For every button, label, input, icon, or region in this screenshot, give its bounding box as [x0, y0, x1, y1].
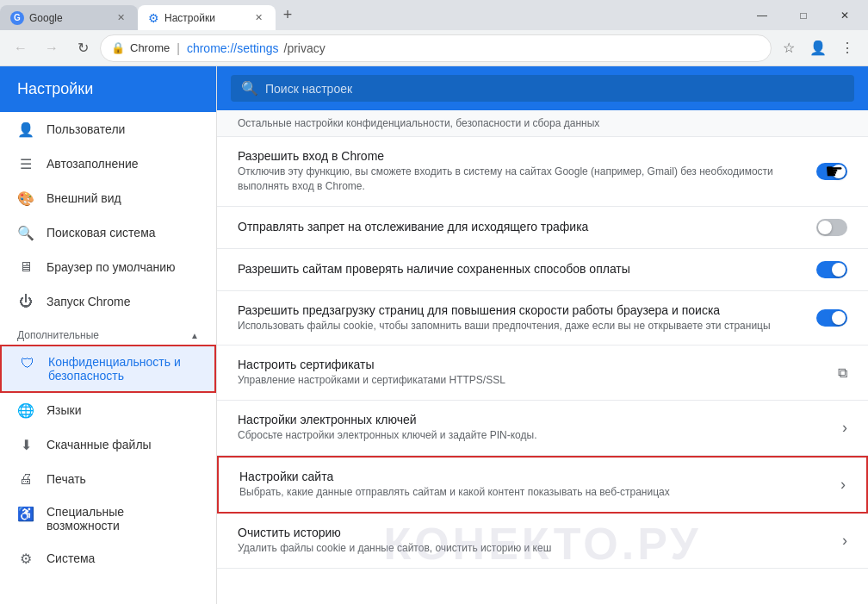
accessibility-icon: ♿: [17, 505, 34, 522]
search-input-wrap[interactable]: 🔍: [231, 75, 854, 102]
setting-allow-signin-title: Разрешить вход в Chrome: [238, 149, 799, 163]
new-tab-button[interactable]: +: [276, 3, 300, 28]
setting-certificates-title: Настроить сертификаты: [238, 358, 821, 371]
sidebar-item-autofill[interactable]: ☰ Автозаполнение: [0, 146, 216, 181]
tab-strip: G Google ✕ ⚙ Настройки ✕ +: [0, 0, 739, 30]
privacy-icon: 🛡: [19, 355, 36, 372]
url-path: /privacy: [284, 41, 326, 55]
sidebar-item-search[interactable]: 🔍 Поисковая система: [0, 215, 216, 250]
tab-google[interactable]: G Google ✕: [0, 5, 138, 30]
setting-clear-history-text: Очистить историю Удалить файлы cookie и …: [238, 526, 825, 556]
main-container: Настройки 👤 Пользователи ☰ Автозаполнени…: [0, 66, 868, 604]
setting-clear-history[interactable]: Очистить историю Удалить файлы cookie и …: [217, 514, 868, 569]
languages-icon: 🌐: [17, 402, 34, 419]
setting-security-keys-text: Настройки электронных ключей Сбросьте на…: [238, 413, 825, 443]
menu-button[interactable]: ⋮: [834, 34, 861, 62]
advanced-section-label[interactable]: Дополнительные ▲: [0, 319, 216, 345]
forward-button[interactable]: →: [38, 34, 65, 62]
google-favicon: G: [10, 11, 24, 25]
tab-google-close[interactable]: ✕: [114, 11, 127, 25]
sidebar-item-users[interactable]: 👤 Пользователи: [0, 112, 216, 146]
setting-payment-methods[interactable]: Разрешить сайтам проверять наличие сохра…: [217, 249, 868, 291]
setting-allow-signin-text: Разрешить вход в Chrome Отключив эту фун…: [238, 149, 799, 194]
sidebar-item-search-label: Поисковая система: [46, 226, 156, 240]
sidebar-item-print[interactable]: 🖨 Печать: [0, 462, 216, 496]
partial-top-row: Остальные настройки конфиденциальности, …: [217, 110, 868, 137]
sidebar-item-privacy-label: Конфиденциальность и безопасность: [48, 355, 197, 383]
chevron-right-icon: ›: [842, 419, 847, 437]
sidebar-item-accessibility[interactable]: ♿ Специальные возможности: [0, 496, 216, 541]
advanced-arrow: ▲: [190, 331, 199, 340]
setting-allow-signin[interactable]: Разрешить вход в Chrome Отключив эту фун…: [217, 137, 868, 207]
partial-top-text: Остальные настройки конфиденциальности, …: [238, 117, 599, 129]
sidebar-item-browser-label: Браузер по умолчанию: [46, 260, 176, 274]
back-button[interactable]: ←: [7, 34, 34, 62]
titlebar: G Google ✕ ⚙ Настройки ✕ + — □ ✕: [0, 0, 868, 30]
minimize-button[interactable]: —: [742, 3, 782, 28]
sidebar-item-startup[interactable]: ⏻ Запуск Chrome: [0, 284, 216, 319]
reload-button[interactable]: ↻: [69, 34, 96, 62]
toggle-allow-signin-knob: [832, 165, 846, 178]
setting-site-settings-title: Настройки сайта: [239, 470, 823, 483]
sidebar-item-appearance[interactable]: 🎨 Внешний вид: [0, 181, 216, 215]
maximize-button[interactable]: □: [784, 3, 823, 28]
sidebar-item-startup-label: Запуск Chrome: [46, 295, 130, 308]
browser-icon: 🖥: [17, 258, 34, 276]
setting-preload[interactable]: Разрешить предзагрузку страниц для повыш…: [217, 291, 868, 346]
sidebar-item-languages[interactable]: 🌐 Языки: [0, 393, 216, 427]
sidebar: Настройки 👤 Пользователи ☰ Автозаполнени…: [0, 66, 217, 604]
setting-site-settings[interactable]: Настройки сайта Выбрать, какие данные от…: [217, 456, 868, 514]
sidebar-item-accessibility-label: Специальные возможности: [46, 505, 199, 532]
sidebar-item-users-label: Пользователи: [46, 122, 125, 136]
setting-allow-signin-desc: Отключив эту функцию, вы сможете входить…: [238, 165, 799, 194]
tab-settings-close[interactable]: ✕: [251, 11, 265, 25]
advanced-label: Дополнительные: [17, 329, 99, 341]
setting-site-settings-text: Настройки сайта Выбрать, какие данные от…: [239, 470, 823, 500]
toggle-allow-signin[interactable]: [816, 163, 847, 180]
url-prefix: Chrome: [130, 41, 170, 54]
chevron-right-clear-history-icon: ›: [842, 532, 847, 550]
settings-favicon: ⚙: [148, 11, 159, 25]
close-button[interactable]: ✕: [825, 3, 865, 28]
sidebar-item-autofill-label: Автозаполнение: [46, 157, 139, 171]
setting-do-not-track-text: Отправлять запрет на отслеживание для ис…: [238, 220, 799, 235]
sidebar-item-downloads[interactable]: ⬇ Скачанные файлы: [0, 427, 216, 462]
sidebar-item-appearance-label: Внешний вид: [46, 191, 121, 205]
sidebar-item-languages-label: Языки: [46, 403, 82, 417]
setting-do-not-track[interactable]: Отправлять запрет на отслеживание для ис…: [217, 207, 868, 249]
url-highlight: chrome://settings: [187, 41, 279, 55]
sidebar-item-browser[interactable]: 🖥 Браузер по умолчанию: [0, 250, 216, 284]
address-bar[interactable]: 🔒 Chrome | chrome://settings/privacy: [100, 34, 772, 62]
sidebar-item-privacy[interactable]: 🛡 Конфиденциальность и безопасность: [0, 345, 216, 393]
sidebar-item-system[interactable]: ⚙ Система: [0, 541, 216, 576]
setting-certificates[interactable]: Настроить сертификаты Управление настрой…: [217, 346, 868, 401]
content-area: 🔍 Остальные настройки конфиденциальности…: [217, 66, 868, 604]
sidebar-title: Настройки: [0, 66, 216, 112]
setting-preload-title: Разрешить предзагрузку страниц для повыш…: [238, 303, 799, 317]
setting-preload-text: Разрешить предзагрузку страниц для повыш…: [238, 303, 799, 333]
bookmark-button[interactable]: ☆: [775, 34, 803, 62]
toggle-do-not-track[interactable]: [816, 219, 847, 236]
setting-clear-history-desc: Удалить файлы cookie и данные сайтов, оч…: [238, 541, 825, 556]
toggle-preload-knob: [832, 311, 846, 325]
navbar: ← → ↻ 🔒 Chrome | chrome://settings/priva…: [0, 30, 868, 66]
setting-security-keys[interactable]: Настройки электронных ключей Сбросьте на…: [217, 401, 868, 456]
nav-right-controls: ☆ 👤 ⋮: [775, 34, 861, 62]
tab-google-label: Google: [29, 12, 63, 24]
profile-button[interactable]: 👤: [804, 34, 832, 62]
chevron-right-site-settings-icon: ›: [840, 476, 846, 494]
search-icon: 🔍: [241, 80, 258, 97]
setting-security-keys-desc: Сбросьте настройки электронных ключей и …: [238, 428, 825, 443]
toggle-payment-methods[interactable]: [816, 261, 847, 278]
sidebar-item-downloads-label: Скачанные файлы: [46, 438, 152, 451]
setting-payment-methods-title: Разрешить сайтам проверять наличие сохра…: [238, 262, 799, 276]
sidebar-item-system-label: Система: [46, 551, 95, 565]
toggle-preload[interactable]: [816, 309, 847, 327]
window-controls: — □ ✕: [739, 0, 868, 30]
toggle-payment-methods-knob: [832, 263, 846, 277]
url-separator: |: [177, 41, 180, 55]
lock-icon: 🔒: [111, 41, 125, 54]
search-input[interactable]: [265, 82, 844, 96]
setting-certificates-desc: Управление настройками и сертификатами H…: [238, 373, 821, 388]
tab-settings[interactable]: ⚙ Настройки ✕: [138, 5, 276, 30]
